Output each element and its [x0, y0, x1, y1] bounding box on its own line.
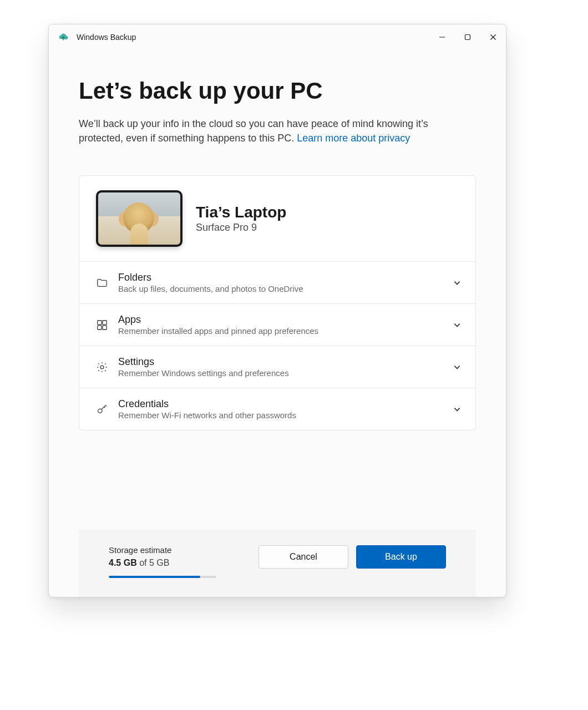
- section-text: Settings Remember Windows settings and p…: [118, 356, 442, 378]
- key-icon: [96, 403, 108, 415]
- section-title: Folders: [118, 272, 442, 283]
- section-title: Credentials: [118, 398, 442, 410]
- section-text: Apps Remember installed apps and pinned …: [118, 314, 442, 336]
- footer-actions: Cancel Back up: [258, 545, 446, 569]
- section-folders[interactable]: Folders Back up files, documents, and ph…: [79, 261, 475, 303]
- section-text: Folders Back up files, documents, and ph…: [118, 272, 442, 293]
- cancel-button[interactable]: Cancel: [258, 545, 348, 569]
- device-row: Tia’s Laptop Surface Pro 9: [79, 176, 475, 261]
- content: Let’s back up your PC We’ll back up your…: [49, 50, 506, 597]
- page-description: We’ll back up your info in the cloud so …: [79, 116, 467, 145]
- device-model: Surface Pro 9: [196, 222, 286, 234]
- section-subtitle: Remember installed apps and pinned app p…: [118, 326, 442, 336]
- cloud-backup-icon: [58, 32, 69, 43]
- backup-button[interactable]: Back up: [356, 545, 446, 569]
- section-title: Settings: [118, 356, 442, 368]
- device-info: Tia’s Laptop Surface Pro 9: [196, 204, 286, 234]
- section-subtitle: Remember Windows settings and preference…: [118, 368, 442, 378]
- storage-of: of: [137, 558, 149, 567]
- maximize-button[interactable]: [455, 24, 480, 50]
- privacy-link[interactable]: Learn more about privacy: [297, 133, 410, 144]
- window-controls: [429, 24, 506, 50]
- section-apps[interactable]: Apps Remember installed apps and pinned …: [79, 303, 475, 346]
- svg-rect-5: [103, 321, 107, 324]
- gear-icon: [96, 361, 108, 373]
- titlebar-left: Windows Backup: [58, 32, 136, 43]
- storage-value: 4.5 GB of 5 GB: [109, 558, 216, 568]
- storage-used: 4.5 GB: [109, 558, 137, 567]
- svg-rect-4: [98, 321, 102, 324]
- section-subtitle: Remember Wi-Fi networks and other passwo…: [118, 410, 442, 420]
- section-title: Apps: [118, 314, 442, 326]
- storage-estimate: Storage estimate 4.5 GB of 5 GB: [109, 545, 216, 578]
- chevron-down-icon: [452, 320, 462, 330]
- footer: Storage estimate 4.5 GB of 5 GB Cancel B…: [79, 530, 476, 597]
- device-thumbnail: [96, 190, 183, 247]
- device-name: Tia’s Laptop: [196, 204, 286, 221]
- folder-icon: [96, 277, 108, 289]
- storage-label: Storage estimate: [109, 545, 216, 555]
- titlebar: Windows Backup: [49, 24, 506, 50]
- svg-rect-7: [103, 326, 107, 329]
- storage-progress-fill: [109, 576, 200, 578]
- storage-total: 5 GB: [149, 558, 169, 567]
- backup-card: Tia’s Laptop Surface Pro 9 Folders Back …: [79, 175, 476, 430]
- storage-progress: [109, 576, 216, 578]
- svg-rect-1: [465, 35, 470, 40]
- chevron-down-icon: [452, 404, 462, 414]
- page-title: Let’s back up your PC: [79, 78, 476, 104]
- chevron-down-icon: [452, 278, 462, 288]
- apps-icon: [96, 319, 108, 331]
- app-title: Windows Backup: [77, 33, 136, 42]
- svg-point-9: [98, 409, 102, 413]
- close-button[interactable]: [480, 24, 506, 50]
- chevron-down-icon: [452, 362, 462, 372]
- section-settings[interactable]: Settings Remember Windows settings and p…: [79, 346, 475, 388]
- section-text: Credentials Remember Wi-Fi networks and …: [118, 398, 442, 420]
- app-window: Windows Backup Let’s back up your PC We’…: [48, 24, 506, 597]
- svg-rect-6: [98, 326, 102, 329]
- section-subtitle: Back up files, documents, and photos to …: [118, 284, 442, 293]
- svg-point-8: [100, 366, 104, 369]
- minimize-button[interactable]: [429, 24, 455, 50]
- section-credentials[interactable]: Credentials Remember Wi-Fi networks and …: [79, 388, 475, 430]
